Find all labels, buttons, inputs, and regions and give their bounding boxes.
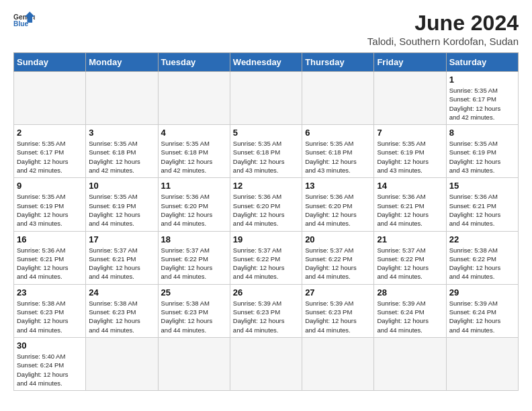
day-number: 1 (449, 75, 515, 85)
day-info: Sunrise: 5:36 AM Sunset: 6:20 PM Dayligh… (233, 192, 299, 228)
day-number: 17 (89, 234, 154, 244)
day-info: Sunrise: 5:38 AM Sunset: 6:23 PM Dayligh… (17, 299, 83, 334)
day-number: 22 (449, 234, 515, 244)
day-number: 18 (161, 234, 227, 244)
table-row: 24Sunrise: 5:38 AM Sunset: 6:23 PM Dayli… (86, 284, 158, 337)
day-number: 21 (377, 234, 443, 244)
table-row: 14Sunrise: 5:36 AM Sunset: 6:21 PM Dayli… (374, 178, 446, 231)
day-number: 28 (377, 287, 443, 298)
table-row (302, 72, 374, 125)
table-row (374, 337, 446, 390)
table-row: 4Sunrise: 5:35 AM Sunset: 6:18 PM Daylig… (158, 125, 230, 178)
day-number: 11 (161, 181, 227, 191)
title-section: June 2024 Talodi, Southern Kordofan, Sud… (367, 11, 519, 47)
table-row: 6Sunrise: 5:35 AM Sunset: 6:18 PM Daylig… (302, 125, 374, 178)
table-row: 17Sunrise: 5:37 AM Sunset: 6:21 PM Dayli… (86, 231, 158, 284)
header-tuesday: Tuesday (158, 53, 230, 72)
table-row: 15Sunrise: 5:36 AM Sunset: 6:21 PM Dayli… (446, 178, 518, 231)
table-row (230, 72, 302, 125)
table-row (86, 337, 158, 390)
day-number: 25 (161, 287, 227, 298)
table-row: 20Sunrise: 5:37 AM Sunset: 6:22 PM Dayli… (302, 231, 374, 284)
day-info: Sunrise: 5:39 AM Sunset: 6:23 PM Dayligh… (305, 299, 371, 334)
day-info: Sunrise: 5:35 AM Sunset: 6:18 PM Dayligh… (161, 139, 227, 175)
month-title: June 2024 (367, 11, 519, 36)
logo-icon: General Blue (13, 11, 35, 30)
day-info: Sunrise: 5:36 AM Sunset: 6:21 PM Dayligh… (17, 246, 83, 281)
day-number: 15 (449, 181, 515, 191)
table-row: 25Sunrise: 5:38 AM Sunset: 6:23 PM Dayli… (158, 284, 230, 337)
location-subtitle: Talodi, Southern Kordofan, Sudan (367, 36, 519, 47)
logo: General Blue (13, 11, 35, 30)
day-number: 23 (17, 287, 83, 298)
day-info: Sunrise: 5:35 AM Sunset: 6:18 PM Dayligh… (89, 139, 154, 175)
table-row: 23Sunrise: 5:38 AM Sunset: 6:23 PM Dayli… (14, 284, 86, 337)
day-info: Sunrise: 5:36 AM Sunset: 6:20 PM Dayligh… (305, 192, 371, 228)
table-row: 3Sunrise: 5:35 AM Sunset: 6:18 PM Daylig… (86, 125, 158, 178)
header-wednesday: Wednesday (230, 53, 302, 72)
day-info: Sunrise: 5:38 AM Sunset: 6:23 PM Dayligh… (161, 299, 227, 334)
day-number: 6 (305, 128, 371, 138)
day-info: Sunrise: 5:35 AM Sunset: 6:18 PM Dayligh… (305, 139, 371, 175)
day-info: Sunrise: 5:37 AM Sunset: 6:22 PM Dayligh… (233, 246, 299, 281)
table-row: 18Sunrise: 5:37 AM Sunset: 6:22 PM Dayli… (158, 231, 230, 284)
day-number: 20 (305, 234, 371, 244)
table-row: 30Sunrise: 5:40 AM Sunset: 6:24 PM Dayli… (14, 337, 86, 390)
table-row: 11Sunrise: 5:36 AM Sunset: 6:20 PM Dayli… (158, 178, 230, 231)
day-number: 27 (305, 287, 371, 298)
day-number: 10 (89, 181, 154, 191)
day-info: Sunrise: 5:40 AM Sunset: 6:24 PM Dayligh… (17, 352, 83, 387)
table-row: 8Sunrise: 5:35 AM Sunset: 6:19 PM Daylig… (446, 125, 518, 178)
table-row (230, 337, 302, 390)
table-row: 13Sunrise: 5:36 AM Sunset: 6:20 PM Dayli… (302, 178, 374, 231)
day-info: Sunrise: 5:37 AM Sunset: 6:22 PM Dayligh… (305, 246, 371, 281)
table-row (158, 337, 230, 390)
table-row: 28Sunrise: 5:39 AM Sunset: 6:24 PM Dayli… (374, 284, 446, 337)
table-row: 26Sunrise: 5:39 AM Sunset: 6:23 PM Dayli… (230, 284, 302, 337)
day-info: Sunrise: 5:37 AM Sunset: 6:22 PM Dayligh… (161, 246, 227, 281)
day-info: Sunrise: 5:36 AM Sunset: 6:20 PM Dayligh… (161, 192, 227, 228)
table-row: 1Sunrise: 5:35 AM Sunset: 6:17 PM Daylig… (446, 72, 518, 125)
day-info: Sunrise: 5:39 AM Sunset: 6:24 PM Dayligh… (377, 299, 443, 334)
day-info: Sunrise: 5:39 AM Sunset: 6:23 PM Dayligh… (233, 299, 299, 334)
day-number: 12 (233, 181, 299, 191)
table-row: 21Sunrise: 5:37 AM Sunset: 6:22 PM Dayli… (374, 231, 446, 284)
day-number: 19 (233, 234, 299, 244)
day-info: Sunrise: 5:35 AM Sunset: 6:18 PM Dayligh… (233, 139, 299, 175)
day-info: Sunrise: 5:36 AM Sunset: 6:21 PM Dayligh… (377, 192, 443, 228)
day-info: Sunrise: 5:36 AM Sunset: 6:21 PM Dayligh… (449, 192, 515, 228)
day-info: Sunrise: 5:35 AM Sunset: 6:17 PM Dayligh… (449, 86, 515, 122)
day-info: Sunrise: 5:39 AM Sunset: 6:24 PM Dayligh… (449, 299, 515, 334)
header-sunday: Sunday (14, 53, 86, 72)
header-thursday: Thursday (302, 53, 374, 72)
day-number: 7 (377, 128, 443, 138)
day-number: 4 (161, 128, 227, 138)
table-row: 9Sunrise: 5:35 AM Sunset: 6:19 PM Daylig… (14, 178, 86, 231)
day-number: 26 (233, 287, 299, 298)
table-row: 7Sunrise: 5:35 AM Sunset: 6:19 PM Daylig… (374, 125, 446, 178)
table-row (374, 72, 446, 125)
header-saturday: Saturday (446, 53, 518, 72)
header: General Blue June 2024 Talodi, Southern … (13, 11, 519, 47)
table-row: 5Sunrise: 5:35 AM Sunset: 6:18 PM Daylig… (230, 125, 302, 178)
day-number: 16 (17, 234, 83, 244)
day-info: Sunrise: 5:37 AM Sunset: 6:21 PM Dayligh… (89, 246, 154, 281)
table-row (14, 72, 86, 125)
day-info: Sunrise: 5:35 AM Sunset: 6:19 PM Dayligh… (89, 192, 154, 228)
day-number: 24 (89, 287, 154, 298)
day-number: 8 (449, 128, 515, 138)
day-info: Sunrise: 5:38 AM Sunset: 6:23 PM Dayligh… (89, 299, 154, 334)
table-row (446, 337, 518, 390)
table-row: 22Sunrise: 5:38 AM Sunset: 6:22 PM Dayli… (446, 231, 518, 284)
table-row (302, 337, 374, 390)
weekday-header-row: Sunday Monday Tuesday Wednesday Thursday… (14, 53, 519, 72)
header-monday: Monday (86, 53, 158, 72)
table-row: 16Sunrise: 5:36 AM Sunset: 6:21 PM Dayli… (14, 231, 86, 284)
calendar-table: Sunday Monday Tuesday Wednesday Thursday… (13, 52, 519, 391)
day-number: 3 (89, 128, 154, 138)
table-row: 2Sunrise: 5:35 AM Sunset: 6:17 PM Daylig… (14, 125, 86, 178)
day-info: Sunrise: 5:38 AM Sunset: 6:22 PM Dayligh… (449, 246, 515, 281)
day-info: Sunrise: 5:37 AM Sunset: 6:22 PM Dayligh… (377, 246, 443, 281)
day-number: 30 (17, 340, 83, 351)
day-info: Sunrise: 5:35 AM Sunset: 6:17 PM Dayligh… (17, 139, 83, 175)
